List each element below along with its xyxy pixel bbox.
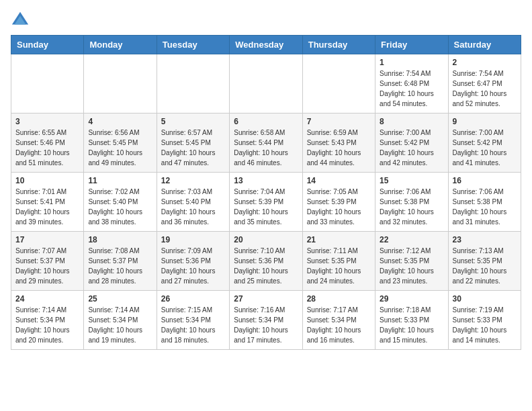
day-number: 1 bbox=[380, 58, 443, 67]
day-info: Sunrise: 7:10 AMSunset: 5:36 PMDaylight:… bbox=[234, 246, 298, 286]
day-number: 7 bbox=[307, 117, 371, 126]
logo bbox=[11, 11, 32, 30]
day-cell-18: 18Sunrise: 7:08 AMSunset: 5:37 PMDayligh… bbox=[84, 232, 157, 291]
day-info: Sunrise: 7:11 AMSunset: 5:35 PMDaylight:… bbox=[307, 246, 371, 286]
week-row-4: 17Sunrise: 7:07 AMSunset: 5:37 PMDayligh… bbox=[11, 232, 521, 291]
day-info: Sunrise: 7:54 AMSunset: 6:48 PMDaylight:… bbox=[380, 68, 443, 109]
weekday-header-wednesday: Wednesday bbox=[230, 36, 302, 54]
day-cell-9: 9Sunrise: 7:00 AMSunset: 5:42 PMDaylight… bbox=[448, 113, 521, 173]
day-number: 15 bbox=[380, 176, 443, 185]
page-header bbox=[11, 11, 521, 30]
weekday-header-sunday: Sunday bbox=[11, 36, 84, 54]
day-info: Sunrise: 7:00 AMSunset: 5:42 PMDaylight:… bbox=[453, 128, 517, 168]
empty-cell bbox=[302, 54, 375, 113]
day-info: Sunrise: 7:14 AMSunset: 5:34 PMDaylight:… bbox=[88, 305, 152, 345]
day-cell-24: 24Sunrise: 7:14 AMSunset: 5:34 PMDayligh… bbox=[11, 291, 84, 350]
day-number: 6 bbox=[234, 117, 298, 126]
day-cell-17: 17Sunrise: 7:07 AMSunset: 5:37 PMDayligh… bbox=[11, 232, 84, 291]
day-cell-8: 8Sunrise: 7:00 AMSunset: 5:42 PMDaylight… bbox=[375, 113, 448, 173]
day-info: Sunrise: 7:04 AMSunset: 5:39 PMDaylight:… bbox=[234, 187, 298, 227]
day-info: Sunrise: 7:03 AMSunset: 5:40 PMDaylight:… bbox=[161, 187, 225, 227]
day-number: 27 bbox=[234, 294, 298, 304]
day-cell-27: 27Sunrise: 7:16 AMSunset: 5:34 PMDayligh… bbox=[230, 291, 302, 350]
day-number: 17 bbox=[15, 235, 79, 244]
day-number: 9 bbox=[453, 117, 517, 126]
day-cell-28: 28Sunrise: 7:17 AMSunset: 5:34 PMDayligh… bbox=[302, 291, 375, 350]
day-cell-29: 29Sunrise: 7:18 AMSunset: 5:33 PMDayligh… bbox=[375, 291, 448, 350]
day-number: 12 bbox=[161, 176, 225, 185]
day-cell-23: 23Sunrise: 7:13 AMSunset: 5:35 PMDayligh… bbox=[448, 232, 521, 291]
day-cell-21: 21Sunrise: 7:11 AMSunset: 5:35 PMDayligh… bbox=[302, 232, 375, 291]
day-info: Sunrise: 7:15 AMSunset: 5:34 PMDaylight:… bbox=[161, 305, 225, 345]
week-row-3: 10Sunrise: 7:01 AMSunset: 5:41 PMDayligh… bbox=[11, 173, 521, 232]
day-cell-13: 13Sunrise: 7:04 AMSunset: 5:39 PMDayligh… bbox=[230, 173, 302, 232]
calendar-table: SundayMondayTuesdayWednesdayThursdayFrid… bbox=[11, 35, 521, 350]
day-cell-5: 5Sunrise: 6:57 AMSunset: 5:45 PMDaylight… bbox=[157, 113, 229, 173]
day-cell-3: 3Sunrise: 6:55 AMSunset: 5:46 PMDaylight… bbox=[11, 113, 84, 173]
day-cell-2: 2Sunrise: 7:54 AMSunset: 6:47 PMDaylight… bbox=[448, 54, 521, 113]
day-number: 28 bbox=[307, 294, 371, 304]
weekday-header-friday: Friday bbox=[375, 36, 448, 54]
day-number: 16 bbox=[453, 176, 517, 185]
weekday-header-tuesday: Tuesday bbox=[157, 36, 229, 54]
day-cell-22: 22Sunrise: 7:12 AMSunset: 5:35 PMDayligh… bbox=[375, 232, 448, 291]
day-info: Sunrise: 7:18 AMSunset: 5:33 PMDaylight:… bbox=[380, 305, 443, 345]
day-cell-7: 7Sunrise: 6:59 AMSunset: 5:43 PMDaylight… bbox=[302, 113, 375, 173]
day-cell-1: 1Sunrise: 7:54 AMSunset: 6:48 PMDaylight… bbox=[375, 54, 448, 113]
day-cell-11: 11Sunrise: 7:02 AMSunset: 5:40 PMDayligh… bbox=[84, 173, 157, 232]
day-number: 20 bbox=[234, 235, 298, 244]
day-info: Sunrise: 7:08 AMSunset: 5:37 PMDaylight:… bbox=[88, 246, 152, 286]
day-info: Sunrise: 7:06 AMSunset: 5:38 PMDaylight:… bbox=[380, 187, 443, 227]
day-number: 21 bbox=[307, 235, 371, 244]
day-number: 18 bbox=[88, 235, 152, 244]
day-cell-6: 6Sunrise: 6:58 AMSunset: 5:44 PMDaylight… bbox=[230, 113, 302, 173]
day-cell-12: 12Sunrise: 7:03 AMSunset: 5:40 PMDayligh… bbox=[157, 173, 229, 232]
day-info: Sunrise: 7:12 AMSunset: 5:35 PMDaylight:… bbox=[380, 246, 443, 286]
day-info: Sunrise: 7:17 AMSunset: 5:34 PMDaylight:… bbox=[307, 305, 371, 345]
day-cell-14: 14Sunrise: 7:05 AMSunset: 5:39 PMDayligh… bbox=[302, 173, 375, 232]
week-row-2: 3Sunrise: 6:55 AMSunset: 5:46 PMDaylight… bbox=[11, 113, 521, 173]
day-number: 3 bbox=[15, 117, 79, 126]
day-info: Sunrise: 6:57 AMSunset: 5:45 PMDaylight:… bbox=[161, 128, 225, 168]
week-row-5: 24Sunrise: 7:14 AMSunset: 5:34 PMDayligh… bbox=[11, 291, 521, 350]
day-info: Sunrise: 7:09 AMSunset: 5:36 PMDaylight:… bbox=[161, 246, 225, 286]
day-number: 23 bbox=[453, 235, 517, 244]
day-info: Sunrise: 6:59 AMSunset: 5:43 PMDaylight:… bbox=[307, 128, 371, 168]
day-number: 4 bbox=[88, 117, 152, 126]
day-info: Sunrise: 7:14 AMSunset: 5:34 PMDaylight:… bbox=[15, 305, 79, 345]
day-cell-4: 4Sunrise: 6:56 AMSunset: 5:45 PMDaylight… bbox=[84, 113, 157, 173]
empty-cell bbox=[230, 54, 302, 113]
empty-cell bbox=[11, 54, 84, 113]
day-number: 8 bbox=[380, 117, 443, 126]
day-info: Sunrise: 7:07 AMSunset: 5:37 PMDaylight:… bbox=[15, 246, 79, 286]
day-number: 22 bbox=[380, 235, 443, 244]
empty-cell bbox=[84, 54, 157, 113]
day-number: 2 bbox=[453, 58, 517, 67]
day-info: Sunrise: 7:00 AMSunset: 5:42 PMDaylight:… bbox=[380, 128, 443, 168]
weekday-header-saturday: Saturday bbox=[448, 36, 521, 54]
day-cell-30: 30Sunrise: 7:19 AMSunset: 5:33 PMDayligh… bbox=[448, 291, 521, 350]
day-info: Sunrise: 6:58 AMSunset: 5:44 PMDaylight:… bbox=[234, 128, 298, 168]
weekday-header-thursday: Thursday bbox=[302, 36, 375, 54]
day-info: Sunrise: 7:19 AMSunset: 5:33 PMDaylight:… bbox=[453, 305, 517, 345]
day-info: Sunrise: 7:02 AMSunset: 5:40 PMDaylight:… bbox=[88, 187, 152, 227]
day-cell-16: 16Sunrise: 7:06 AMSunset: 5:38 PMDayligh… bbox=[448, 173, 521, 232]
day-number: 29 bbox=[380, 294, 443, 304]
day-cell-19: 19Sunrise: 7:09 AMSunset: 5:36 PMDayligh… bbox=[157, 232, 229, 291]
day-number: 26 bbox=[161, 294, 225, 304]
day-cell-15: 15Sunrise: 7:06 AMSunset: 5:38 PMDayligh… bbox=[375, 173, 448, 232]
empty-cell bbox=[157, 54, 229, 113]
day-number: 30 bbox=[453, 294, 517, 304]
day-info: Sunrise: 7:16 AMSunset: 5:34 PMDaylight:… bbox=[234, 305, 298, 345]
weekday-header-monday: Monday bbox=[84, 36, 157, 54]
day-number: 14 bbox=[307, 176, 371, 185]
day-number: 24 bbox=[15, 294, 79, 304]
day-cell-20: 20Sunrise: 7:10 AMSunset: 5:36 PMDayligh… bbox=[230, 232, 302, 291]
day-info: Sunrise: 6:55 AMSunset: 5:46 PMDaylight:… bbox=[15, 128, 79, 168]
day-cell-10: 10Sunrise: 7:01 AMSunset: 5:41 PMDayligh… bbox=[11, 173, 84, 232]
week-row-1: 1Sunrise: 7:54 AMSunset: 6:48 PMDaylight… bbox=[11, 54, 521, 113]
day-cell-25: 25Sunrise: 7:14 AMSunset: 5:34 PMDayligh… bbox=[84, 291, 157, 350]
day-number: 5 bbox=[161, 117, 225, 126]
day-cell-26: 26Sunrise: 7:15 AMSunset: 5:34 PMDayligh… bbox=[157, 291, 229, 350]
day-number: 11 bbox=[88, 176, 152, 185]
